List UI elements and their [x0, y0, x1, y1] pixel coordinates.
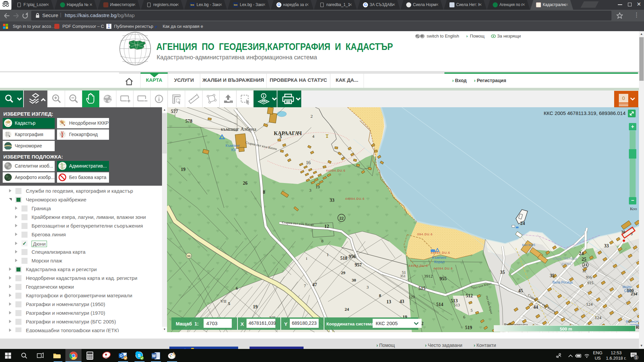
- svg-text:29: 29: [341, 270, 346, 275]
- svg-text:Бял Клуб: Бял Клуб: [522, 243, 535, 247]
- svg-text:6: 6: [463, 315, 465, 319]
- svg-text:234: 234: [631, 291, 637, 296]
- svg-text:44094.DU.6: 44094.DU.6: [433, 267, 453, 270]
- svg-text:44094.DU.6: 44094.DU.6: [345, 197, 365, 200]
- svg-text:Къмпинг: Къмпинг: [432, 255, 446, 259]
- svg-text:129: 129: [409, 295, 415, 299]
- svg-text:12: 12: [324, 224, 329, 229]
- svg-text:8: 8: [379, 293, 381, 298]
- svg-text:къмпинг Албена: къмпинг Албена: [221, 126, 256, 132]
- svg-text:519: 519: [465, 325, 472, 330]
- svg-text:25: 25: [582, 257, 586, 262]
- svg-text:44: 44: [533, 305, 538, 310]
- svg-text:518: 518: [340, 256, 347, 261]
- svg-text:44094.DU.6: 44094.DU.6: [326, 169, 345, 172]
- svg-text:21: 21: [583, 262, 588, 267]
- svg-text:24: 24: [345, 307, 350, 312]
- svg-text:514: 514: [436, 302, 443, 307]
- svg-text:КАРААГАЧ: КАРААГАЧ: [274, 130, 302, 136]
- svg-text:19: 19: [181, 167, 185, 172]
- svg-text:3: 3: [279, 134, 282, 139]
- svg-text:512: 512: [466, 293, 473, 298]
- svg-text:956: 956: [349, 254, 356, 259]
- svg-text:8: 8: [321, 238, 324, 243]
- svg-text:513: 513: [454, 303, 460, 307]
- svg-text:24: 24: [520, 221, 525, 226]
- svg-text:VII: VII: [220, 299, 226, 304]
- svg-text:33: 33: [604, 243, 609, 248]
- svg-text:7: 7: [304, 283, 306, 288]
- svg-text:Къмпинг: Къмпинг: [225, 143, 240, 147]
- svg-text:дупка": дупка": [561, 261, 573, 266]
- svg-text:ЮГ: ЮГ: [231, 148, 237, 152]
- svg-text:9: 9: [631, 232, 633, 236]
- svg-text:Корал: Корал: [434, 260, 444, 264]
- svg-text:44094.DU.6: 44094.DU.6: [409, 264, 428, 267]
- svg-text:33: 33: [330, 198, 334, 203]
- svg-text:30: 30: [352, 278, 356, 283]
- svg-text:22: 22: [339, 216, 344, 221]
- svg-text:124: 124: [586, 302, 593, 307]
- svg-text:W: W: [152, 354, 156, 358]
- svg-text:2: 2: [311, 114, 313, 119]
- svg-text:22: 22: [583, 269, 586, 273]
- svg-text:8: 8: [263, 190, 265, 195]
- svg-text:47: 47: [312, 282, 317, 287]
- svg-text:Ваканционн: Ваканционн: [626, 320, 639, 323]
- svg-text:094.DU.6: 094.DU.6: [417, 233, 433, 236]
- svg-text:916: 916: [586, 275, 592, 280]
- svg-text:124: 124: [595, 315, 601, 320]
- svg-text:35: 35: [500, 270, 505, 275]
- svg-text:45: 45: [518, 288, 523, 293]
- svg-text:5: 5: [471, 308, 473, 313]
- svg-text:957: 957: [355, 262, 362, 267]
- svg-text:3: 3: [367, 285, 369, 290]
- svg-text:Club: Club: [624, 289, 631, 293]
- svg-text:35: 35: [550, 273, 554, 278]
- svg-text:3912: 3912: [424, 274, 433, 279]
- svg-text:915: 915: [587, 281, 593, 285]
- svg-text:578: 578: [185, 119, 193, 124]
- svg-text:3: 3: [309, 188, 312, 193]
- svg-text:24: 24: [579, 251, 584, 256]
- svg-text:26: 26: [243, 181, 248, 186]
- svg-text:30: 30: [621, 230, 625, 234]
- svg-text:577: 577: [171, 109, 178, 114]
- svg-text:99: 99: [187, 254, 191, 258]
- svg-text:19: 19: [316, 184, 320, 189]
- svg-text:351: 351: [400, 274, 406, 278]
- svg-text:O: O: [120, 354, 123, 358]
- svg-text:1: 1: [327, 252, 329, 257]
- svg-text:4: 4: [312, 134, 315, 139]
- svg-text:6: 6: [236, 286, 238, 291]
- svg-text:955: 955: [440, 276, 447, 281]
- svg-text:Mojito: Mojito: [623, 285, 632, 289]
- svg-text:43: 43: [399, 299, 404, 304]
- svg-text:плаж "Мочата: плаж "Мочата: [553, 256, 577, 261]
- svg-text:19: 19: [253, 304, 258, 309]
- svg-text:Вила Росица: Вила Росица: [552, 281, 573, 284]
- svg-text:13: 13: [386, 299, 391, 304]
- svg-text:16: 16: [306, 160, 311, 165]
- svg-text:5: 5: [228, 301, 230, 306]
- svg-text:1: 1: [306, 256, 308, 260]
- svg-text:515: 515: [419, 286, 426, 291]
